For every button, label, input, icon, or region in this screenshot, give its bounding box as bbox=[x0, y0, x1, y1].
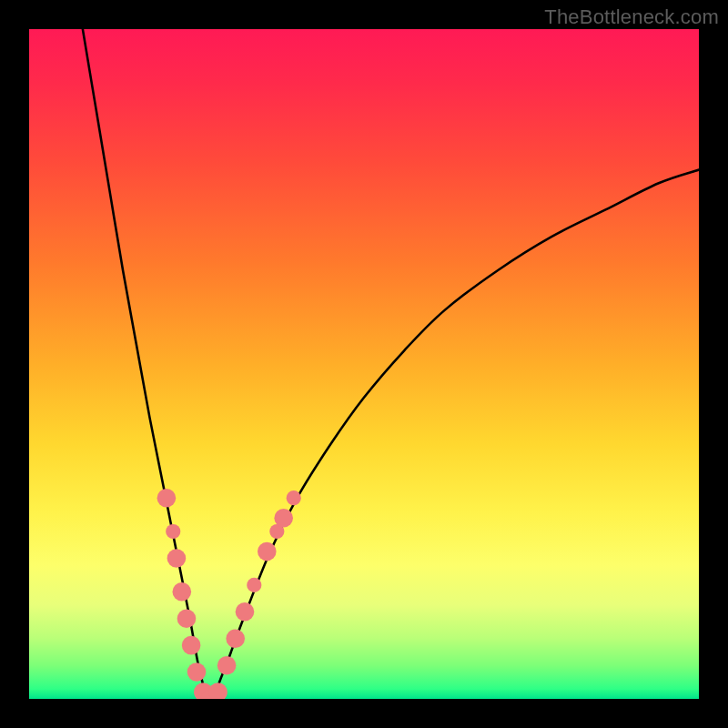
scatter-point bbox=[236, 602, 255, 622]
scatter-point bbox=[226, 629, 245, 648]
bottleneck-curve bbox=[83, 29, 699, 699]
scatter-point bbox=[258, 542, 277, 561]
scatter-point bbox=[177, 609, 197, 628]
scatter-point bbox=[287, 490, 301, 505]
scatter-point bbox=[166, 524, 180, 539]
scatter-point bbox=[217, 656, 237, 675]
chart-frame: TheBottleneck.com bbox=[0, 0, 728, 728]
scatter-point bbox=[187, 662, 207, 682]
plot-area bbox=[29, 29, 699, 699]
scatter-point bbox=[208, 682, 228, 699]
highlight-points bbox=[157, 489, 301, 699]
scatter-point bbox=[157, 489, 177, 508]
scatter-point bbox=[274, 509, 293, 528]
scatter-point bbox=[182, 636, 201, 655]
watermark-text: TheBottleneck.com bbox=[544, 5, 719, 29]
scatter-point bbox=[173, 582, 192, 602]
chart-svg bbox=[29, 29, 699, 699]
scatter-point bbox=[247, 578, 261, 592]
scatter-point bbox=[167, 549, 187, 568]
